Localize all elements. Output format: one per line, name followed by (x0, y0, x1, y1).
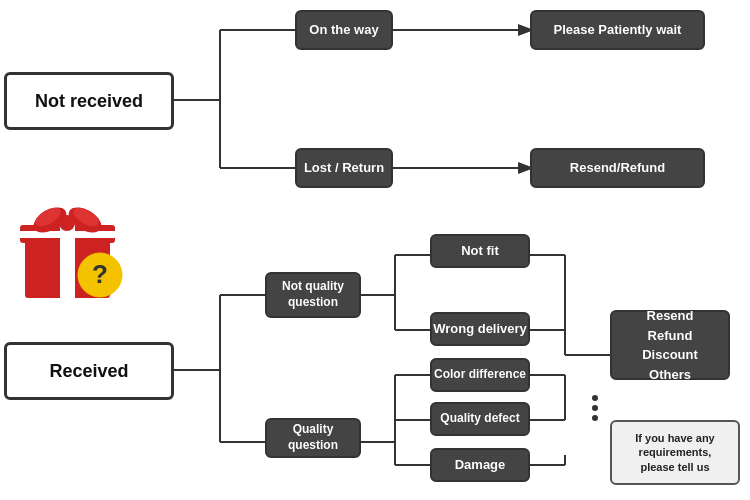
damage-node: Damage (430, 448, 530, 482)
gift-icon-area: ? (10, 195, 140, 305)
color-diff-node: Color difference (430, 358, 530, 392)
gift-svg: ? (10, 195, 140, 305)
not-quality-node: Not quality question (265, 272, 361, 318)
resend-refund-top-node: Resend/Refund (530, 148, 705, 188)
not-fit-node: Not fit (430, 234, 530, 268)
svg-point-43 (59, 215, 75, 231)
quality-question-node: Quality question (265, 418, 361, 458)
svg-point-34 (592, 395, 598, 401)
not-received-label: Not received (4, 72, 174, 130)
received-label: Received (4, 342, 174, 400)
svg-text:?: ? (92, 259, 108, 289)
svg-point-35 (592, 405, 598, 411)
svg-point-36 (592, 415, 598, 421)
wrong-delivery-node: Wrong delivery (430, 312, 530, 346)
lost-return-node: Lost / Return (295, 148, 393, 188)
please-wait-node: Please Patiently wait (530, 10, 705, 50)
flowchart: Not received On the way Please Patiently… (0, 0, 750, 500)
requirements-node: If you have any requirements, please tel… (610, 420, 740, 485)
resend-options-node: Resend Refund Discount Others (610, 310, 730, 380)
quality-defect-node: Quality defect (430, 402, 530, 436)
svg-rect-40 (20, 231, 115, 238)
on-the-way-node: On the way (295, 10, 393, 50)
